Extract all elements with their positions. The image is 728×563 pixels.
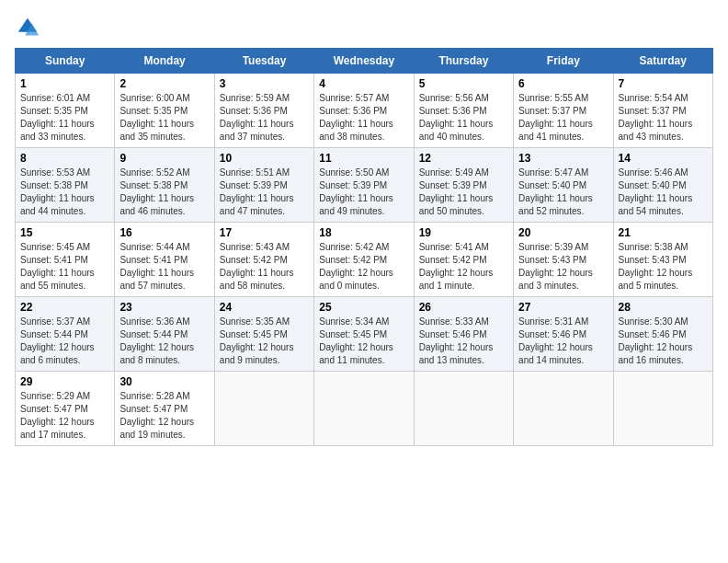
calendar-cell	[414, 372, 513, 446]
calendar-cell: 30Sunrise: 5:28 AM Sunset: 5:47 PM Dayli…	[115, 372, 214, 446]
calendar-header-monday: Monday	[115, 49, 214, 74]
calendar-cell	[514, 372, 613, 446]
day-info: Sunrise: 5:45 AM Sunset: 5:41 PM Dayligh…	[20, 241, 109, 293]
calendar-cell	[613, 372, 712, 446]
day-info: Sunrise: 5:51 AM Sunset: 5:39 PM Dayligh…	[220, 167, 309, 218]
day-info: Sunrise: 5:36 AM Sunset: 5:44 PM Dayligh…	[119, 316, 209, 367]
calendar-week-2: 8Sunrise: 5:53 AM Sunset: 5:38 PM Daylig…	[16, 148, 713, 223]
calendar-cell: 15Sunrise: 5:45 AM Sunset: 5:41 PM Dayli…	[16, 223, 115, 297]
calendar-cell: 26Sunrise: 5:33 AM Sunset: 5:46 PM Dayli…	[414, 297, 513, 372]
calendar-cell: 21Sunrise: 5:38 AM Sunset: 5:43 PM Dayli…	[613, 223, 712, 297]
day-number: 2	[119, 77, 209, 90]
day-number: 30	[119, 375, 209, 388]
calendar-header-saturday: Saturday	[613, 49, 712, 74]
day-number: 13	[518, 152, 608, 165]
calendar-cell: 10Sunrise: 5:51 AM Sunset: 5:39 PM Dayli…	[214, 148, 313, 223]
day-number: 4	[319, 77, 408, 90]
calendar-header-tuesday: Tuesday	[214, 49, 313, 74]
day-number: 9	[119, 152, 209, 165]
day-info: Sunrise: 5:43 AM Sunset: 5:42 PM Dayligh…	[220, 241, 309, 293]
day-info: Sunrise: 5:56 AM Sunset: 5:36 PM Dayligh…	[419, 92, 508, 144]
day-info: Sunrise: 5:41 AM Sunset: 5:42 PM Dayligh…	[419, 241, 508, 293]
calendar-cell: 7Sunrise: 5:54 AM Sunset: 5:37 PM Daylig…	[613, 74, 712, 148]
calendar-cell: 29Sunrise: 5:29 AM Sunset: 5:47 PM Dayli…	[16, 372, 115, 446]
calendar-header-thursday: Thursday	[414, 49, 513, 74]
day-number: 20	[518, 226, 608, 239]
day-number: 27	[518, 301, 608, 314]
day-info: Sunrise: 5:31 AM Sunset: 5:46 PM Dayligh…	[518, 316, 608, 367]
day-number: 17	[220, 226, 309, 239]
day-number: 18	[319, 226, 408, 239]
day-number: 5	[419, 77, 508, 90]
day-info: Sunrise: 5:29 AM Sunset: 5:47 PM Dayligh…	[20, 390, 109, 442]
calendar-header-row: SundayMondayTuesdayWednesdayThursdayFrid…	[16, 49, 713, 74]
day-info: Sunrise: 5:30 AM Sunset: 5:46 PM Dayligh…	[619, 316, 708, 367]
day-number: 26	[419, 301, 508, 314]
calendar-cell: 19Sunrise: 5:41 AM Sunset: 5:42 PM Dayli…	[414, 223, 513, 297]
day-number: 29	[20, 375, 109, 388]
calendar-cell: 1Sunrise: 6:01 AM Sunset: 5:35 PM Daylig…	[16, 74, 115, 148]
day-number: 15	[20, 226, 109, 239]
day-number: 10	[220, 152, 309, 165]
day-info: Sunrise: 5:28 AM Sunset: 5:47 PM Dayligh…	[119, 390, 209, 442]
day-info: Sunrise: 5:34 AM Sunset: 5:45 PM Dayligh…	[319, 316, 408, 367]
day-info: Sunrise: 5:44 AM Sunset: 5:41 PM Dayligh…	[119, 241, 209, 293]
day-number: 6	[518, 77, 608, 90]
day-info: Sunrise: 5:52 AM Sunset: 5:38 PM Dayligh…	[119, 167, 209, 218]
logo-icon	[15, 15, 40, 40]
day-info: Sunrise: 5:46 AM Sunset: 5:40 PM Dayligh…	[619, 167, 708, 218]
calendar-cell	[214, 372, 313, 446]
day-number: 1	[20, 77, 109, 90]
calendar-cell: 13Sunrise: 5:47 AM Sunset: 5:40 PM Dayli…	[514, 148, 613, 223]
day-number: 16	[119, 226, 209, 239]
calendar-cell: 2Sunrise: 6:00 AM Sunset: 5:35 PM Daylig…	[115, 74, 214, 148]
day-info: Sunrise: 6:01 AM Sunset: 5:35 PM Dayligh…	[20, 92, 109, 144]
day-number: 28	[619, 301, 708, 314]
day-info: Sunrise: 5:47 AM Sunset: 5:40 PM Dayligh…	[518, 167, 608, 218]
day-info: Sunrise: 5:53 AM Sunset: 5:38 PM Dayligh…	[20, 167, 109, 218]
calendar-header-friday: Friday	[514, 49, 613, 74]
day-info: Sunrise: 5:37 AM Sunset: 5:44 PM Dayligh…	[20, 316, 109, 367]
day-number: 12	[419, 152, 508, 165]
calendar-cell: 22Sunrise: 5:37 AM Sunset: 5:44 PM Dayli…	[16, 297, 115, 372]
calendar-cell: 3Sunrise: 5:59 AM Sunset: 5:36 PM Daylig…	[214, 74, 313, 148]
day-info: Sunrise: 5:33 AM Sunset: 5:46 PM Dayligh…	[419, 316, 508, 367]
calendar-cell	[314, 372, 414, 446]
day-info: Sunrise: 5:54 AM Sunset: 5:37 PM Dayligh…	[619, 92, 708, 144]
day-info: Sunrise: 5:42 AM Sunset: 5:42 PM Dayligh…	[319, 241, 408, 293]
calendar-cell: 5Sunrise: 5:56 AM Sunset: 5:36 PM Daylig…	[414, 74, 513, 148]
day-number: 7	[619, 77, 708, 90]
day-number: 21	[619, 226, 708, 239]
calendar-cell: 24Sunrise: 5:35 AM Sunset: 5:45 PM Dayli…	[214, 297, 313, 372]
day-info: Sunrise: 5:50 AM Sunset: 5:39 PM Dayligh…	[319, 167, 408, 218]
day-number: 8	[20, 152, 109, 165]
calendar-header-sunday: Sunday	[16, 49, 115, 74]
day-info: Sunrise: 5:59 AM Sunset: 5:36 PM Dayligh…	[220, 92, 309, 144]
calendar-week-3: 15Sunrise: 5:45 AM Sunset: 5:41 PM Dayli…	[16, 223, 713, 297]
calendar-table: SundayMondayTuesdayWednesdayThursdayFrid…	[15, 48, 713, 446]
calendar-cell: 14Sunrise: 5:46 AM Sunset: 5:40 PM Dayli…	[613, 148, 712, 223]
calendar-week-4: 22Sunrise: 5:37 AM Sunset: 5:44 PM Dayli…	[16, 297, 713, 372]
day-number: 23	[119, 301, 209, 314]
calendar-cell: 27Sunrise: 5:31 AM Sunset: 5:46 PM Dayli…	[514, 297, 613, 372]
day-number: 19	[419, 226, 508, 239]
day-number: 25	[319, 301, 408, 314]
day-number: 24	[220, 301, 309, 314]
day-info: Sunrise: 5:55 AM Sunset: 5:37 PM Dayligh…	[518, 92, 608, 144]
day-info: Sunrise: 5:38 AM Sunset: 5:43 PM Dayligh…	[619, 241, 708, 293]
calendar-header-wednesday: Wednesday	[314, 49, 414, 74]
day-info: Sunrise: 5:49 AM Sunset: 5:39 PM Dayligh…	[419, 167, 508, 218]
day-info: Sunrise: 5:35 AM Sunset: 5:45 PM Dayligh…	[220, 316, 309, 367]
day-number: 11	[319, 152, 408, 165]
day-info: Sunrise: 5:39 AM Sunset: 5:43 PM Dayligh…	[518, 241, 608, 293]
calendar-cell: 28Sunrise: 5:30 AM Sunset: 5:46 PM Dayli…	[613, 297, 712, 372]
logo	[15, 15, 44, 40]
calendar-cell: 20Sunrise: 5:39 AM Sunset: 5:43 PM Dayli…	[514, 223, 613, 297]
day-number: 22	[20, 301, 109, 314]
calendar-cell: 25Sunrise: 5:34 AM Sunset: 5:45 PM Dayli…	[314, 297, 414, 372]
calendar-cell: 11Sunrise: 5:50 AM Sunset: 5:39 PM Dayli…	[314, 148, 414, 223]
day-info: Sunrise: 6:00 AM Sunset: 5:35 PM Dayligh…	[119, 92, 209, 144]
calendar-cell: 8Sunrise: 5:53 AM Sunset: 5:38 PM Daylig…	[16, 148, 115, 223]
calendar-cell: 6Sunrise: 5:55 AM Sunset: 5:37 PM Daylig…	[514, 74, 613, 148]
day-number: 14	[619, 152, 708, 165]
